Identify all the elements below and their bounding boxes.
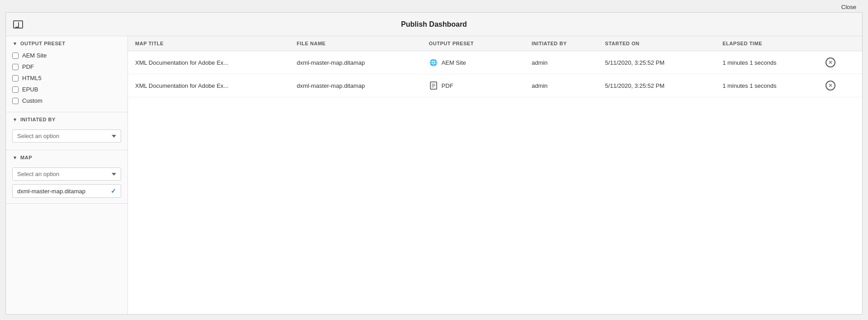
cell-elapsed-time: 1 minutes 1 seconds [715,51,818,74]
initiated-by-header[interactable]: ▾ INITIATED BY [6,112,127,126]
cell-file-name: dxml-master-map.ditamap [289,51,421,74]
initiated-by-dropdown[interactable]: Select an option [12,129,121,143]
initiated-by-dropdown-wrap: Select an option [6,126,127,144]
map-dropdown[interactable]: Select an option [12,167,121,181]
close-icon: ✕ [828,60,833,65]
col-header-started-on: STARTED ON [598,36,715,51]
main-panel: Publish Dashboard ▾ OUTPUT PRESET AEM Si… [5,12,863,315]
cell-output-preset: 🌐AEM Site [422,51,524,74]
map-section: ▾ MAP Select an option dxml-master-map.d… [6,150,127,204]
cell-initiated-by: admin [524,74,598,97]
map-label: MAP [20,155,32,160]
checkbox-pdf-input[interactable] [12,64,19,70]
checkbox-epub[interactable]: EPUB [6,84,127,95]
globe-icon: 🌐 [429,58,438,67]
output-preset-section: ▾ OUTPUT PRESET AEM Site PDF HTML5 [6,36,127,112]
table-row: XML Documentation for Adobe Ex...dxml-ma… [128,51,862,74]
sidebar: ▾ OUTPUT PRESET AEM Site PDF HTML5 [6,36,128,314]
cell-action: ✕ [818,51,862,74]
preset-label: AEM Site [442,59,466,66]
cell-started-on: 5/11/2020, 3:25:52 PM [598,51,715,74]
col-header-file-name: FILE NAME [289,36,421,51]
checkbox-pdf-label: PDF [22,63,34,70]
cell-action: ✕ [818,74,862,97]
initiated-by-section: ▾ INITIATED BY Select an option [6,112,127,150]
sidebar-toggle-icon[interactable] [13,20,23,29]
cell-file-name: dxml-master-map.ditamap [289,74,421,97]
checkbox-html5-label: HTML5 [22,75,42,81]
cell-started-on: 5/11/2020, 3:25:52 PM [598,74,715,97]
cell-map-title: XML Documentation for Adobe Ex... [128,74,289,97]
checkbox-aem-site[interactable]: AEM Site [6,50,127,61]
map-selected-item[interactable]: dxml-master-map.ditamap ✓ [12,184,121,198]
checkbox-custom[interactable]: Custom [6,95,127,106]
cell-output-preset: PDF [422,74,524,97]
checkbox-epub-input[interactable] [12,86,19,93]
pdf-icon [429,81,438,90]
map-check-icon: ✓ [111,187,116,195]
content-area: MAP TITLE FILE NAME OUTPUT PRESET INITIA… [128,36,862,314]
panel-body: ▾ OUTPUT PRESET AEM Site PDF HTML5 [6,36,862,314]
close-icon: ✕ [828,83,833,88]
table-header-row: MAP TITLE FILE NAME OUTPUT PRESET INITIA… [128,36,862,51]
map-header[interactable]: ▾ MAP [6,150,127,164]
top-bar: Close [0,0,868,12]
output-preset-label: OUTPUT PRESET [20,41,65,46]
col-header-output-preset: OUTPUT PRESET [422,36,524,51]
table-row: XML Documentation for Adobe Ex...dxml-ma… [128,74,862,97]
initiated-by-label: INITIATED BY [20,117,56,122]
output-preset-header[interactable]: ▾ OUTPUT PRESET [6,36,127,50]
checkbox-aem-site-input[interactable] [12,53,19,59]
cell-initiated-by: admin [524,51,598,74]
checkbox-pdf[interactable]: PDF [6,61,127,72]
preset-label: PDF [442,82,453,89]
checkbox-epub-label: EPUB [22,86,38,93]
cell-elapsed-time: 1 minutes 1 seconds [715,74,818,97]
checkbox-custom-input[interactable] [12,98,19,104]
col-header-initiated-by: INITIATED BY [524,36,598,51]
col-header-map-title: MAP TITLE [128,36,289,51]
close-button[interactable]: Close [839,3,859,11]
map-chevron-icon: ▾ [12,155,18,160]
panel-header: Publish Dashboard [6,13,862,36]
output-preset-chevron-icon: ▾ [12,41,18,46]
cell-map-title: XML Documentation for Adobe Ex... [128,51,289,74]
checkbox-aem-site-label: AEM Site [22,52,47,59]
publish-table: MAP TITLE FILE NAME OUTPUT PRESET INITIA… [128,36,862,97]
panel-title: Publish Dashboard [30,20,838,29]
cancel-publish-button[interactable]: ✕ [826,81,835,91]
col-header-elapsed-time: ELAPSED TIME [715,36,818,51]
map-dropdown-wrap: Select an option [6,164,127,182]
cancel-publish-button[interactable]: ✕ [826,57,835,67]
checkbox-html5[interactable]: HTML5 [6,72,127,84]
checkbox-custom-label: Custom [22,97,42,104]
map-selected-label: dxml-master-map.ditamap [17,188,85,195]
initiated-by-chevron-icon: ▾ [12,117,18,122]
checkbox-html5-input[interactable] [12,75,19,81]
col-header-action [818,36,862,51]
